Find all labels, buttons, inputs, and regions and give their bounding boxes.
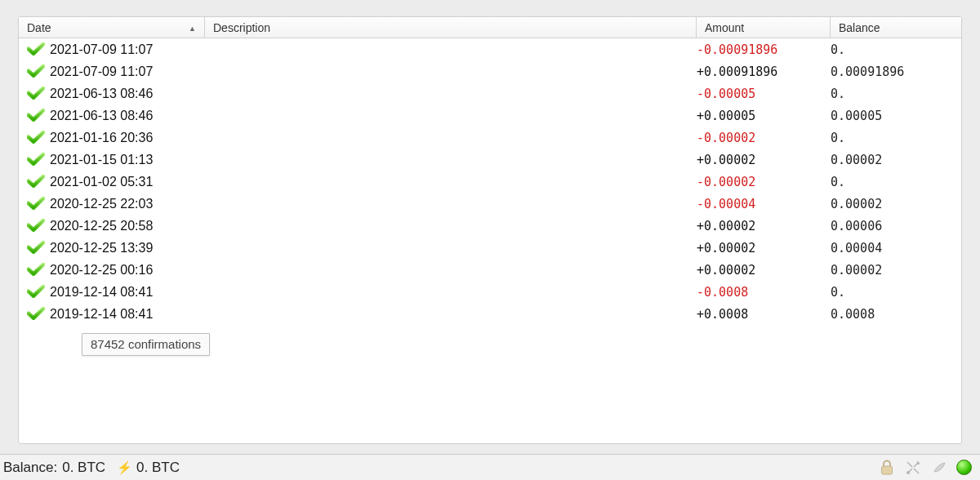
- svg-rect-0: [882, 466, 893, 474]
- lock-icon[interactable]: [878, 459, 896, 477]
- table-header: Date ▲ Description Amount Balance: [19, 17, 961, 38]
- cell-date: 2020-12-25 20:58: [50, 219, 236, 233]
- cell-amount: -0.00005: [697, 87, 831, 101]
- table-row[interactable]: 2021-01-15 01:13+0.000020.00002: [19, 149, 961, 171]
- history-panel: Date ▲ Description Amount Balance 2021-0…: [18, 16, 962, 444]
- table-row[interactable]: 2020-12-25 00:16+0.000020.00002: [19, 259, 961, 281]
- confirmed-check-icon: [27, 109, 43, 122]
- status-balance-value: 0. BTC: [62, 460, 105, 476]
- cell-amount: +0.00005: [697, 109, 831, 123]
- status-balance-label: Balance:: [3, 460, 57, 476]
- table-row[interactable]: 2020-12-25 13:39+0.000020.00004: [19, 237, 961, 259]
- lightning-icon: ⚡: [117, 460, 132, 475]
- table-row[interactable]: 2019-12-14 08:41+0.00080.0008: [19, 303, 961, 325]
- cell-balance: 0.00006: [831, 219, 961, 233]
- cell-balance: 0.0008: [831, 307, 961, 322]
- table-row[interactable]: 2021-07-09 11:07-0.000918960.: [19, 38, 961, 60]
- table-row[interactable]: 2020-12-25 20:58+0.000020.00006: [19, 215, 961, 237]
- cell-amount: +0.00002: [697, 219, 831, 233]
- cell-balance: 0.: [831, 285, 961, 300]
- column-header-date[interactable]: Date ▲: [19, 17, 205, 38]
- status-lightning-value: 0. BTC: [136, 460, 180, 476]
- sort-ascending-icon: ▲: [189, 24, 196, 33]
- table-row[interactable]: 2021-07-09 11:07+0.000918960.00091896: [19, 60, 961, 82]
- cell-amount: +0.00091896: [697, 64, 831, 79]
- cell-balance: 0.00004: [831, 241, 961, 256]
- confirmed-check-icon: [27, 197, 43, 210]
- cell-amount: -0.00004: [697, 197, 831, 211]
- confirmed-check-icon: [27, 153, 43, 166]
- cell-date: 2020-12-25 22:03: [50, 197, 236, 211]
- svg-point-1: [907, 471, 910, 473]
- cell-date: 2021-06-13 08:46: [50, 109, 236, 123]
- cell-date: 2021-01-02 05:31: [50, 175, 236, 189]
- cell-amount: -0.00002: [697, 175, 831, 189]
- table-row[interactable]: 2020-12-25 22:03-0.000040.00002: [19, 193, 961, 215]
- confirmed-check-icon: [27, 307, 43, 320]
- cell-amount: +0.00002: [697, 153, 831, 167]
- cell-date: 2021-07-09 11:07: [50, 42, 236, 57]
- confirmed-check-icon: [27, 219, 43, 232]
- column-header-description-label: Description: [213, 21, 270, 34]
- confirmed-check-icon: [27, 87, 43, 100]
- confirmed-check-icon: [27, 263, 43, 276]
- cell-amount: -0.00002: [697, 131, 831, 145]
- column-header-date-label: Date: [27, 21, 51, 34]
- column-header-balance[interactable]: Balance: [831, 17, 961, 38]
- cell-amount: +0.00002: [697, 241, 831, 256]
- cell-balance: 0.00091896: [831, 64, 961, 79]
- confirmations-tooltip-text: 87452 confirmations: [91, 337, 201, 351]
- confirmed-check-icon: [27, 42, 43, 56]
- cell-date: 2021-06-13 08:46: [50, 87, 236, 101]
- cell-date: 2020-12-25 13:39: [50, 241, 236, 256]
- confirmed-check-icon: [27, 285, 43, 298]
- network-status-led[interactable]: [956, 460, 972, 475]
- confirmations-tooltip: 87452 confirmations: [82, 333, 210, 356]
- column-header-amount[interactable]: Amount: [697, 17, 831, 38]
- cell-amount: +0.0008: [697, 307, 831, 322]
- cell-balance: 0.00002: [831, 197, 961, 211]
- cell-balance: 0.: [831, 87, 961, 101]
- history-rows: 2021-07-09 11:07-0.000918960.2021-07-09 …: [19, 38, 961, 325]
- column-header-balance-label: Balance: [839, 21, 880, 34]
- cell-date: 2020-12-25 00:16: [50, 263, 236, 278]
- confirmed-check-icon: [27, 131, 43, 144]
- cell-balance: 0.: [831, 42, 961, 57]
- cell-date: 2021-01-15 01:13: [50, 153, 236, 167]
- status-bar: Balance: 0. BTC ⚡ 0. BTC: [0, 454, 980, 480]
- cell-date: 2021-07-09 11:07: [50, 64, 236, 79]
- confirmed-check-icon: [27, 64, 43, 78]
- column-header-amount-label: Amount: [705, 21, 744, 34]
- status-bar-icons: [878, 459, 972, 477]
- cell-date: 2021-01-16 20:36: [50, 131, 236, 145]
- column-header-description[interactable]: Description: [205, 17, 697, 38]
- cell-balance: 0.: [831, 131, 961, 145]
- cell-date: 2019-12-14 08:41: [50, 307, 236, 322]
- table-row[interactable]: 2021-01-02 05:31-0.000020.: [19, 171, 961, 193]
- cell-amount: -0.00091896: [697, 42, 831, 57]
- table-row[interactable]: 2019-12-14 08:41-0.00080.: [19, 281, 961, 303]
- table-row[interactable]: 2021-06-13 08:46-0.000050.: [19, 82, 961, 104]
- cell-balance: 0.00005: [831, 109, 961, 123]
- cell-amount: +0.00002: [697, 263, 831, 278]
- confirmed-check-icon: [27, 241, 43, 254]
- cell-amount: -0.0008: [697, 285, 831, 300]
- table-row[interactable]: 2021-01-16 20:36-0.000020.: [19, 127, 961, 149]
- cell-balance: 0.00002: [831, 263, 961, 278]
- table-row[interactable]: 2021-06-13 08:46+0.000050.00005: [19, 104, 961, 127]
- seed-icon[interactable]: [930, 459, 948, 477]
- cell-balance: 0.00002: [831, 153, 961, 167]
- cell-balance: 0.: [831, 175, 961, 189]
- confirmed-check-icon: [27, 175, 43, 188]
- tools-icon[interactable]: [904, 459, 922, 477]
- cell-date: 2019-12-14 08:41: [50, 285, 236, 300]
